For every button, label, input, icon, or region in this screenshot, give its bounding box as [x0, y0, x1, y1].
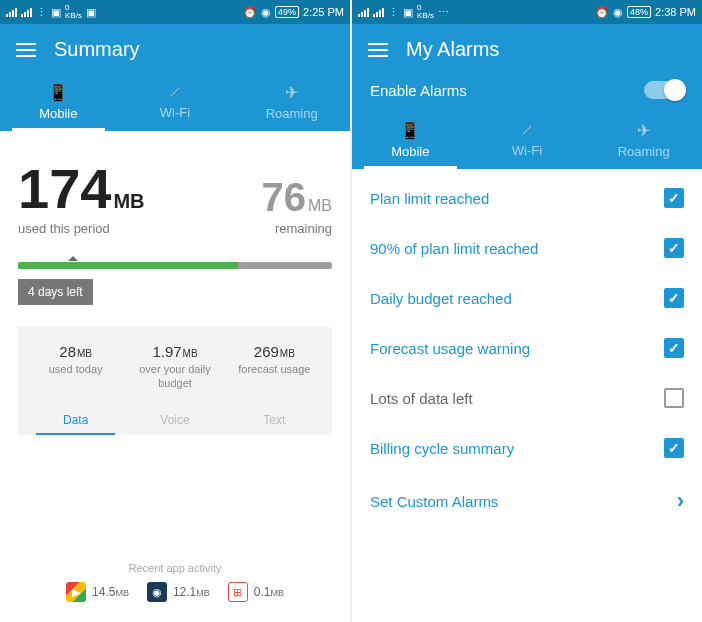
recent-app-item[interactable]: ▶ 14.5MB	[66, 582, 129, 602]
enable-alarms-row: Enable Alarms	[352, 75, 702, 113]
screen-alarms: ⋮ ▣ 0KB/s ⋯ ⏰ ◉ 48% 2:38 PM My Alarms En…	[352, 0, 702, 622]
status-bar: ⋮ ▣ 0KB/s ▣ ⏰ ◉ 49% 2:25 PM	[0, 0, 350, 24]
wifi-icon: ◉	[261, 6, 271, 19]
stats-tab-data[interactable]: Data	[26, 405, 125, 435]
used-value: 174	[18, 157, 111, 220]
signal-icon	[373, 7, 384, 17]
mobile-icon: 📱	[352, 121, 469, 140]
alarm-label: Billing cycle summary	[370, 440, 514, 457]
page-title: Summary	[54, 38, 140, 61]
alarm-checkbox[interactable]	[664, 238, 684, 258]
recent-app-item[interactable]: ◉ 12.1MB	[147, 582, 210, 602]
used-block: 174MB used this period	[18, 161, 145, 236]
tab-roaming[interactable]: ✈Roaming	[585, 113, 702, 169]
enable-alarms-label: Enable Alarms	[370, 82, 467, 99]
recent-activity: Recent app activity ▶ 14.5MB ◉ 12.1MB ⊞ …	[18, 554, 332, 612]
battery-icon: 48%	[627, 6, 651, 18]
tab-mobile[interactable]: 📱Mobile	[0, 75, 117, 131]
stats-tab-voice[interactable]: Voice	[125, 405, 224, 435]
summary-content: 174MB used this period 76MB remaining 4 …	[0, 131, 350, 622]
page-title: My Alarms	[406, 38, 499, 61]
recent-app-item[interactable]: ⊞ 0.1MB	[228, 582, 284, 602]
alarm-label: Plan limit reached	[370, 190, 489, 207]
alarm-checkbox[interactable]	[664, 388, 684, 408]
chat-icon: ⋯	[438, 6, 449, 19]
alarm-icon: ⏰	[595, 6, 609, 19]
signal-icon	[6, 7, 17, 17]
alarm-forecast-warning[interactable]: Forecast usage warning	[352, 323, 702, 373]
more-icon: ⋮	[388, 6, 399, 19]
sim-icon: ▣	[403, 6, 413, 19]
screen-summary: ⋮ ▣ 0KB/s ▣ ⏰ ◉ 49% 2:25 PM Summary 📱Mob…	[0, 0, 350, 622]
app-icon: ◉	[147, 582, 167, 602]
app-bar: Summary	[0, 24, 350, 75]
alarm-lots-data-left[interactable]: Lots of data left	[352, 373, 702, 423]
tab-mobile[interactable]: 📱Mobile	[352, 113, 469, 169]
sim-icon: ▣	[51, 6, 61, 19]
signal-icon	[358, 7, 369, 17]
battery-icon: 49%	[275, 6, 299, 18]
used-unit: MB	[113, 190, 144, 212]
alarm-billing-summary[interactable]: Billing cycle summary	[352, 423, 702, 473]
stats-card: 28MB used today 1.97MB over your daily b…	[18, 327, 332, 435]
stats-tab-text[interactable]: Text	[225, 405, 324, 435]
chevron-right-icon: ›	[677, 488, 684, 514]
play-store-icon: ▶	[66, 582, 86, 602]
usage-progress: 4 days left	[18, 262, 332, 305]
alarm-checkbox[interactable]	[664, 438, 684, 458]
tab-wifi[interactable]: ⟋Wi-Fi	[469, 113, 586, 169]
mobile-icon: 📱	[0, 83, 117, 102]
more-icon: ⋮	[36, 6, 47, 19]
alarm-daily-budget[interactable]: Daily budget reached	[352, 273, 702, 323]
status-time: 2:25 PM	[303, 6, 344, 18]
custom-alarms-label: Set Custom Alarms	[370, 493, 498, 510]
sim-icon: ▣	[86, 6, 96, 19]
tab-wifi[interactable]: ⟋Wi-Fi	[117, 75, 234, 131]
alarm-list: Plan limit reached 90% of plan limit rea…	[352, 169, 702, 622]
recent-title: Recent app activity	[18, 562, 332, 574]
remaining-label: remaining	[262, 221, 333, 236]
remaining-block: 76MB remaining	[262, 177, 333, 236]
alarm-checkbox[interactable]	[664, 188, 684, 208]
days-left-badge: 4 days left	[18, 279, 93, 305]
remaining-value: 76	[262, 175, 307, 219]
alarm-plan-limit[interactable]: Plan limit reached	[352, 173, 702, 223]
plane-icon: ✈	[585, 121, 702, 140]
alarm-label: Daily budget reached	[370, 290, 512, 307]
alarm-label: Lots of data left	[370, 390, 473, 407]
stat-forecast: 269MB forecast usage	[225, 343, 324, 391]
status-bar: ⋮ ▣ 0KB/s ⋯ ⏰ ◉ 48% 2:38 PM	[352, 0, 702, 24]
used-label: used this period	[18, 221, 145, 236]
stat-over-budget: 1.97MB over your daily budget	[125, 343, 224, 391]
alarm-checkbox[interactable]	[664, 288, 684, 308]
alarm-90-percent[interactable]: 90% of plan limit reached	[352, 223, 702, 273]
alarm-label: Forecast usage warning	[370, 340, 530, 357]
wifi-icon: ⟋	[469, 121, 586, 139]
remaining-unit: MB	[308, 197, 332, 214]
plane-icon: ✈	[233, 83, 350, 102]
alarm-icon: ⏰	[243, 6, 257, 19]
tab-roaming[interactable]: ✈Roaming	[233, 75, 350, 131]
app-bar: My Alarms	[352, 24, 702, 75]
stat-used-today: 28MB used today	[26, 343, 125, 391]
menu-button[interactable]	[16, 43, 36, 57]
status-time: 2:38 PM	[655, 6, 696, 18]
wifi-icon: ⟋	[117, 83, 234, 101]
alarm-checkbox[interactable]	[664, 338, 684, 358]
network-tabs: 📱Mobile ⟋Wi-Fi ✈Roaming	[0, 75, 350, 131]
stats-tabs: Data Voice Text	[26, 405, 324, 435]
signal-icon	[21, 7, 32, 17]
wifi-icon: ◉	[613, 6, 623, 19]
menu-button[interactable]	[368, 43, 388, 57]
alarm-label: 90% of plan limit reached	[370, 240, 538, 257]
set-custom-alarms[interactable]: Set Custom Alarms ›	[352, 473, 702, 529]
network-tabs: 📱Mobile ⟋Wi-Fi ✈Roaming	[352, 113, 702, 169]
enable-alarms-toggle[interactable]	[644, 81, 684, 99]
app-icon: ⊞	[228, 582, 248, 602]
